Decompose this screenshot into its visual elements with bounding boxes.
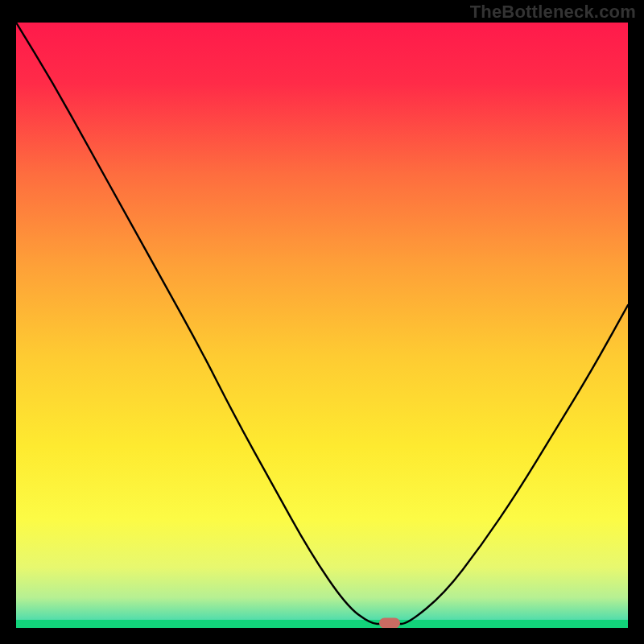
attribution-label: TheBottleneck.com: [470, 2, 636, 23]
minimum-marker-icon: [379, 618, 400, 629]
chart-frame: TheBottleneck.com: [0, 0, 644, 644]
bottleneck-curve: [16, 23, 628, 628]
plot-area: [16, 23, 628, 628]
